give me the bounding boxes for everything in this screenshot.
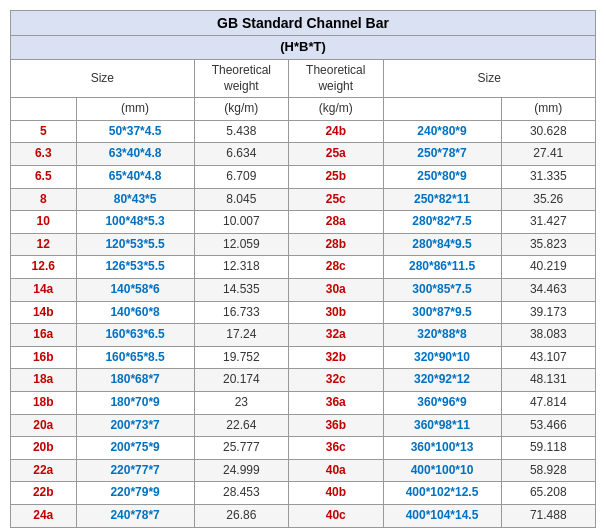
left-weight-cell: 12.059 [194,233,288,256]
right-dim-cell: 300*85*7.5 [383,279,501,302]
left-dim-cell: 140*60*8 [76,301,194,324]
right-size-cell: 36a [289,391,383,414]
table-row: 880*43*58.04525c250*82*1135.26 [11,188,596,211]
left-weight-header: Theoreticalweight [194,60,288,98]
right-size-cell: 25a [289,143,383,166]
right-size-cell: 28c [289,256,383,279]
left-weight-unit: (kg/m) [194,98,288,121]
table-row: 22b220*79*928.45340b400*102*12.565.208 [11,482,596,505]
right-size-cell: 36b [289,414,383,437]
left-size-cell: 6.5 [11,166,77,189]
left-dim-cell: 200*75*9 [76,437,194,460]
right-dim-cell: 250*82*11 [383,188,501,211]
left-weight-cell: 17.24 [194,324,288,347]
right-weight-cell: 27.41 [501,143,595,166]
right-weight-cell: 38.083 [501,324,595,347]
left-size-cell: 22b [11,482,77,505]
right-weight-cell: 35.26 [501,188,595,211]
right-dim-cell: 400*100*10 [383,459,501,482]
left-dim-cell: 50*37*4.5 [76,120,194,143]
left-dim-cell: 120*53*5.5 [76,233,194,256]
left-dim-cell: 160*63*6.5 [76,324,194,347]
right-weight-cell: 47.814 [501,391,595,414]
table-row: 6.565*40*4.86.70925b250*80*931.335 [11,166,596,189]
table-row: 24a240*78*726.8640c400*104*14.571.488 [11,504,596,527]
left-size-cell: 22a [11,459,77,482]
left-size-cell: 20a [11,414,77,437]
right-dim-cell: 250*78*7 [383,143,501,166]
left-weight-cell: 12.318 [194,256,288,279]
right-size-cell: 25b [289,166,383,189]
left-dim-cell: 160*65*8.5 [76,346,194,369]
right-size-cell: 32a [289,324,383,347]
right-weight-cell: 53.466 [501,414,595,437]
left-size-cell: 18b [11,391,77,414]
right-weight-cell: 71.488 [501,504,595,527]
left-weight-cell: 25.777 [194,437,288,460]
right-dim-unit: (mm) [501,98,595,121]
left-dim-cell: 200*73*7 [76,414,194,437]
right-weight-cell: 35.823 [501,233,595,256]
left-dim-cell: 220*79*9 [76,482,194,505]
left-size-header: Size [11,60,195,98]
left-size-cell: 14b [11,301,77,324]
left-weight-cell: 5.438 [194,120,288,143]
table-row: 20b200*75*925.77736c360*100*1359.118 [11,437,596,460]
left-dim-cell: 180*70*9 [76,391,194,414]
right-dim-cell: 320*88*8 [383,324,501,347]
right-weight-cell: 40.219 [501,256,595,279]
table-row: 10100*48*5.310.00728a280*82*7.531.427 [11,211,596,234]
left-dim-cell: 80*43*5 [76,188,194,211]
right-size-cell: 40c [289,504,383,527]
table-row: 12120*53*5.512.05928b280*84*9.535.823 [11,233,596,256]
left-size-cell: 18a [11,369,77,392]
left-size-cell: 20b [11,437,77,460]
left-size-cell: 24a [11,504,77,527]
left-weight-cell: 23 [194,391,288,414]
right-weight-cell: 65.208 [501,482,595,505]
left-size-cell: 8 [11,188,77,211]
right-dim-cell: 280*82*7.5 [383,211,501,234]
left-dim-unit: (mm) [76,98,194,121]
right-size-header: Size [383,60,596,98]
left-dim-cell: 63*40*4.8 [76,143,194,166]
table-row: 20a200*73*722.6436b360*98*1153.466 [11,414,596,437]
right-dim-cell: 280*86*11.5 [383,256,501,279]
right-size-cell: 32c [289,369,383,392]
right-dim-cell: 400*104*14.5 [383,504,501,527]
left-size-cell: 5 [11,120,77,143]
left-dim-cell: 126*53*5.5 [76,256,194,279]
right-dim-cell: 300*87*9.5 [383,301,501,324]
left-dim-cell: 65*40*4.8 [76,166,194,189]
left-weight-cell: 14.535 [194,279,288,302]
left-size-cell: 12.6 [11,256,77,279]
table-row: 18b180*70*92336a360*96*947.814 [11,391,596,414]
right-size-cell: 32b [289,346,383,369]
table-row: 16b160*65*8.519.75232b320*90*1043.107 [11,346,596,369]
right-weight-cell: 39.173 [501,301,595,324]
left-size-cell: 14a [11,279,77,302]
right-size-cell: 30b [289,301,383,324]
left-weight-cell: 22.64 [194,414,288,437]
left-weight-cell: 20.174 [194,369,288,392]
right-weight-unit: (kg/m) [289,98,383,121]
left-weight-cell: 28.453 [194,482,288,505]
left-size-cell: 16b [11,346,77,369]
left-dim-cell: 220*77*7 [76,459,194,482]
right-dim-cell: 240*80*9 [383,120,501,143]
left-size-cell: 16a [11,324,77,347]
table-row: 18a180*68*720.17432c320*92*1248.131 [11,369,596,392]
table-row: 16a160*63*6.517.2432a320*88*838.083 [11,324,596,347]
table-row: 22a220*77*724.99940a400*100*1058.928 [11,459,596,482]
right-weight-cell: 48.131 [501,369,595,392]
table-row: 14a140*58*614.53530a300*85*7.534.463 [11,279,596,302]
left-weight-cell: 8.045 [194,188,288,211]
right-dim-cell: 320*92*12 [383,369,501,392]
right-size-cell: 28a [289,211,383,234]
left-dim-cell: 140*58*6 [76,279,194,302]
right-size-cell: 40a [289,459,383,482]
table-row: 14b140*60*816.73330b300*87*9.539.173 [11,301,596,324]
right-size-cell: 28b [289,233,383,256]
table-title: GB Standard Channel Bar [11,11,596,36]
left-dim-cell: 180*68*7 [76,369,194,392]
